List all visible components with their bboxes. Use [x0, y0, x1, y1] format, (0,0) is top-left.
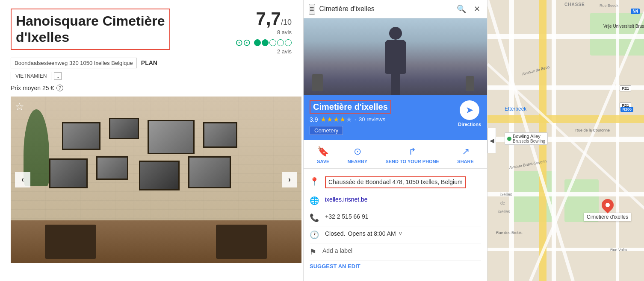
send-to-phone-action[interactable]: ↱ SEND TO YOUR PHONE: [385, 146, 439, 164]
phone-icon: 📞: [310, 213, 319, 222]
review-count: 30 reviews: [359, 116, 385, 123]
ta-circle-5: [285, 39, 292, 46]
maps-header: ≡ 🔍 ✕: [304, 0, 487, 18]
de-ixelles-label: de: [500, 201, 505, 205]
phone-detail-row: 📞 +32 2 515 66 91: [310, 209, 481, 226]
wall-frame-3: [148, 120, 195, 154]
statue-silhouette: [378, 27, 413, 95]
maps-close-button[interactable]: ✕: [472, 3, 482, 15]
maps-rating: 3.9: [310, 116, 318, 123]
tag-more[interactable]: ..: [54, 72, 62, 80]
rating-out-of: /10: [281, 18, 292, 26]
photo-inner: [11, 97, 301, 263]
wall-frame-7: [139, 161, 180, 190]
share-icon: ↗: [462, 146, 470, 157]
bowling-badge[interactable]: Bowling Alley Brussels Bowling: [505, 132, 548, 145]
maps-search-button[interactable]: 🔍: [455, 3, 468, 15]
n206-badge: N206: [620, 107, 633, 112]
clock-icon: 🕐: [310, 230, 319, 240]
chair-right: [216, 225, 267, 259]
ta-circle-3: [269, 39, 276, 46]
nearby-icon: ⊙: [354, 146, 361, 157]
question-icon[interactable]: ?: [56, 85, 63, 91]
rue-beeck-label: Rue Beeck: [600, 3, 618, 8]
directions-button[interactable]: ➤ Directions: [458, 100, 481, 127]
wall-frame-1: [62, 122, 100, 150]
prix-row: Prix moyen 25 € ?: [11, 85, 292, 91]
website-detail-row: 🌐 ixelles.irisnet.be: [310, 192, 481, 209]
cemetery-photo: [304, 18, 487, 95]
share-action[interactable]: ↗ SHARE: [457, 146, 474, 164]
restaurant-photo: ☆: [11, 97, 301, 263]
star-4: ★: [340, 115, 346, 123]
bowling-dot: [507, 137, 511, 141]
map-pin[interactable]: Cimetière d'ixelles: [584, 199, 631, 221]
detail-address: Chaussée de Boondael 478, 1050 Ixelles, …: [325, 176, 466, 188]
hotel-title: Hanoisquare Cimetière d'Ixelles: [11, 9, 170, 50]
send-icon: ↱: [408, 146, 416, 157]
n4-badge: N4: [631, 9, 640, 14]
chasse-label: CHASSE: [564, 2, 585, 7]
hours-expand[interactable]: ∨: [399, 230, 402, 237]
rating-section: 7,7/10 8 avis ⊙⊙ 2 avis: [235, 9, 292, 55]
add-label[interactable]: Add a label: [322, 247, 352, 255]
hotel-address: Boondaalsesteenweg 320 1050 Ixelles Belg…: [11, 58, 137, 68]
chair-left: [45, 225, 96, 259]
map-canvas[interactable]: CHASSE Rue Beeck N4 R21 R21 N206 Etterbe…: [487, 0, 644, 281]
action-row: 🔖 SAVE ⊙ NEARBY ↱ SEND TO YOUR PHONE ↗ S…: [304, 140, 487, 169]
place-name: Cimetière d'ixelles: [310, 100, 391, 114]
save-icon: 🔖: [317, 146, 329, 157]
stars: ★ ★ ★ ★ ★: [320, 115, 352, 123]
pin-inner: [606, 203, 610, 207]
directions-label: Directions: [458, 122, 481, 127]
bowling-sub: Brussels Bowling: [513, 139, 545, 143]
tripadvisor-row: ⊙⊙: [235, 37, 292, 48]
hours-text: Closed. Opens at 8:00 AM ∨: [325, 230, 402, 238]
nav-right-button[interactable]: ›: [282, 172, 297, 187]
share-label: SHARE: [457, 159, 474, 164]
plan-link[interactable]: PLAN: [141, 59, 157, 66]
location-icon: 📍: [310, 177, 319, 186]
ta-circle-1: [254, 39, 261, 46]
nav-left-button[interactable]: ‹: [15, 172, 30, 187]
favorite-icon[interactable]: ☆: [15, 101, 24, 113]
nearby-action[interactable]: ⊙ NEARBY: [348, 146, 367, 164]
detail-phone: +32 2 515 66 91: [325, 213, 369, 221]
title-line2: d'Ixelles: [16, 29, 69, 45]
road-label-4: Rue des Brebis: [496, 231, 523, 235]
info-card: Cimetière d'ixelles 3.9 ★ ★ ★ ★ ★ · 30 r…: [304, 95, 487, 140]
category-tag[interactable]: Cemetery: [310, 126, 343, 135]
rating-count: 8 avis: [235, 29, 292, 35]
closed-status: Closed.: [325, 230, 345, 238]
map-panel: ◀: [487, 0, 644, 281]
road-label-5: Rue Volta: [610, 248, 627, 252]
wall-frame-8: [188, 156, 231, 188]
etterbeek-label: Etterbeek: [505, 106, 526, 112]
open-time: Opens at 8:00 AM: [348, 230, 396, 238]
collapse-button[interactable]: ◀: [487, 128, 496, 153]
detail-website[interactable]: ixelles.irisnet.be: [325, 196, 368, 204]
wall-frame-5: [49, 158, 88, 188]
svg-rect-7: [487, 34, 644, 39]
star-3: ★: [333, 115, 339, 123]
pin-label: Cimetière d'ixelles: [584, 213, 631, 221]
svg-rect-13: [487, 115, 644, 123]
directions-circle[interactable]: ➤: [460, 100, 479, 120]
rating-number: 7,7: [256, 9, 281, 29]
wall-frame-2: [109, 118, 139, 139]
save-action[interactable]: 🔖 SAVE: [317, 146, 329, 164]
tag-vietnamien[interactable]: VIETNAMIEN: [11, 72, 51, 80]
ta-circle-2: [262, 39, 269, 46]
tripadvisor-logo: ⊙⊙: [235, 37, 251, 48]
suggest-edit-link[interactable]: SUGGEST AN EDIT: [310, 261, 360, 272]
ixelles-3: ixelles: [498, 209, 510, 214]
star-1: ★: [320, 115, 326, 123]
directions-arrow-icon: ➤: [466, 105, 473, 116]
title-line1: Hanoisquare Cimetière: [16, 13, 165, 29]
hamburger-menu[interactable]: ≡: [309, 4, 315, 15]
star-5: ★: [346, 115, 352, 123]
university-label: Vrije Universiteit Brussel: [603, 23, 638, 29]
maps-search-input[interactable]: [319, 5, 451, 13]
ta-reviews: 2 avis: [235, 48, 292, 55]
road-label-3: Rue de la Couronne: [575, 128, 610, 132]
